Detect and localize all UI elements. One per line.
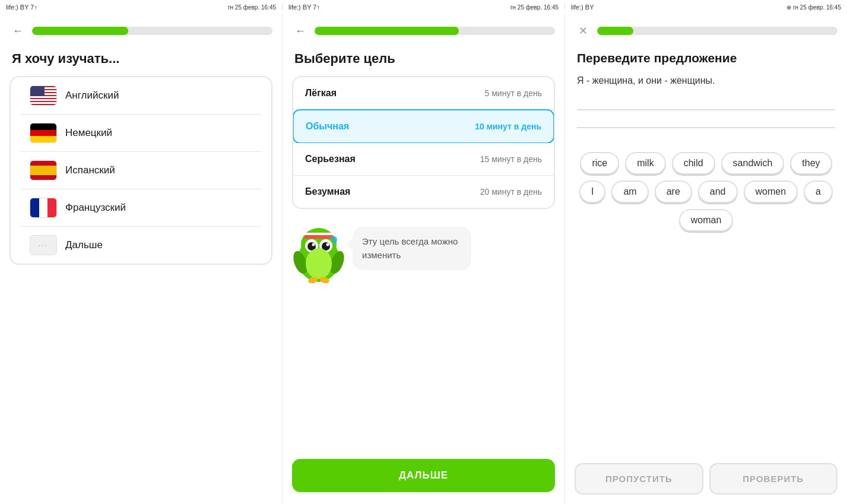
flag-more-icon: ··· (30, 235, 57, 255)
status-left-1: life:) BY 7↑ (6, 4, 37, 11)
goal-time-easy: 5 минут в день (485, 88, 542, 98)
status-bar: life:) BY 7↑ гн 25 февр. 16:45 life:) BY… (0, 0, 847, 14)
answer-line-2 (577, 127, 835, 128)
progress-bar-2 (315, 27, 555, 35)
panel3-content: Переведите предложение Я - женщина, и он… (565, 45, 847, 504)
panel1-content: Я хочу изучать... Английский Немецкий Ис… (0, 45, 282, 504)
check-button[interactable]: ПРОВЕРИТЬ (709, 463, 838, 495)
progress-bar-1 (32, 27, 272, 35)
language-name-more: Дальше (65, 239, 103, 251)
goal-time-serious: 15 минут в день (480, 154, 542, 164)
panel3-header: ✕ (565, 14, 847, 45)
panel1-header: ← (0, 14, 282, 45)
flag-us-icon (30, 85, 57, 106)
goal-name-normal: Обычная (306, 121, 349, 132)
word-chip-and[interactable]: and (698, 180, 738, 203)
sentence-display: Я - женщина, и они - женщины. (565, 74, 847, 97)
word-bank: rice milk child sandwich they I am are a… (565, 140, 847, 237)
goal-time-crazy: 20 минут в день (480, 187, 542, 196)
language-item-spanish[interactable]: Испанский (20, 152, 262, 189)
word-chip-milk[interactable]: milk (625, 152, 665, 175)
close-button[interactable]: ✕ (575, 23, 591, 39)
word-chip-a[interactable]: a (804, 180, 833, 203)
answer-area (565, 97, 847, 140)
flag-es-icon (30, 160, 57, 180)
status-left-2: life:) BY 7↑ (288, 4, 320, 11)
translation-panel: ✕ Переведите предложение Я - женщина, и … (565, 14, 847, 504)
goal-time-normal: 10 минут в день (475, 122, 541, 131)
word-chip-woman[interactable]: woman (679, 209, 734, 232)
word-chip-they[interactable]: they (790, 152, 832, 175)
progress-fill-3 (597, 27, 633, 35)
svg-point-9 (326, 243, 329, 246)
goal-item-serious[interactable]: Серьезная 15 минут в день (293, 143, 554, 176)
status-right-3: ⊕ гн 25 февр. 16:45 (786, 4, 841, 11)
next-button[interactable]: ДАЛЬШЕ (292, 459, 555, 492)
language-item-more[interactable]: ··· Дальше (20, 227, 262, 264)
status-section-2: life:) BY 7↑ гн 25 февр. 16:45 (283, 4, 565, 11)
status-section-3: life:) BY ⊕ гн 25 февр. 16:45 (565, 4, 847, 11)
language-item-german[interactable]: Немецкий (20, 115, 262, 152)
svg-point-17 (331, 236, 334, 240)
mascot-area: Эту цель всегда можно изменить (283, 215, 564, 292)
svg-rect-3 (304, 235, 334, 239)
word-chip-child[interactable]: child (672, 152, 715, 175)
language-list: Английский Немецкий Испанский Французски… (9, 76, 272, 265)
exercise-title: Переведите предложение (565, 45, 847, 74)
language-item-french[interactable]: Французский (20, 189, 262, 227)
goal-item-normal[interactable]: Обычная 10 минут в день (293, 109, 554, 144)
goal-item-easy[interactable]: Лёгкая 5 минут в день (293, 77, 554, 110)
goal-selection-panel: ← Выберите цель Лёгкая 5 минут в день Об… (283, 14, 565, 504)
status-right-2: гн 25 февр. 16:45 (510, 4, 559, 11)
panel1-title: Я хочу изучать... (0, 45, 282, 76)
status-section-1: life:) BY 7↑ гн 25 февр. 16:45 (0, 4, 283, 11)
skip-button[interactable]: ПРОПУСТИТЬ (575, 463, 703, 495)
svg-point-8 (312, 243, 315, 246)
language-name-spanish: Испанский (65, 164, 115, 176)
language-name-german: Немецкий (65, 127, 112, 139)
progress-bar-3 (597, 27, 838, 35)
main-panels: ← Я хочу изучать... Английский Немецкий … (0, 14, 847, 504)
word-chip-i[interactable]: I (579, 180, 605, 203)
word-chip-are[interactable]: are (655, 180, 692, 203)
action-buttons: ПРОПУСТИТЬ ПРОВЕРИТЬ (565, 454, 847, 504)
goal-name-crazy: Безумная (305, 186, 350, 197)
language-name-french: Французский (65, 202, 126, 214)
goal-name-serious: Серьезная (305, 154, 356, 164)
flag-fr-icon (30, 198, 57, 218)
word-chip-am[interactable]: am (611, 180, 648, 203)
word-chip-rice[interactable]: rice (580, 152, 619, 175)
panel2-content: Выберите цель Лёгкая 5 минут в день Обыч… (283, 45, 564, 504)
status-left-3: life:) BY (571, 4, 594, 11)
status-right-1: гн 25 февр. 16:45 (228, 4, 276, 11)
goal-name-easy: Лёгкая (305, 88, 337, 99)
svg-point-13 (306, 248, 332, 279)
language-selection-panel: ← Я хочу изучать... Английский Немецкий … (0, 14, 283, 504)
word-chip-women[interactable]: women (744, 180, 798, 203)
speech-bubble: Эту цель всегда можно изменить (353, 227, 471, 270)
mascot-image (292, 227, 345, 280)
goal-list: Лёгкая 5 минут в день Обычная 10 минут в… (292, 76, 555, 209)
language-item-english[interactable]: Английский (20, 77, 262, 115)
back-button-2[interactable]: ← (292, 23, 309, 39)
progress-fill-1 (32, 27, 128, 35)
language-name-english: Английский (65, 90, 119, 102)
progress-fill-2 (315, 27, 459, 35)
back-button-1[interactable]: ← (9, 23, 26, 39)
panel2-title: Выберите цель (283, 45, 564, 76)
goal-item-crazy[interactable]: Безумная 20 минут в день (293, 176, 554, 208)
flag-de-icon (30, 123, 57, 143)
panel2-header: ← (283, 14, 564, 45)
word-chip-sandwich[interactable]: sandwich (721, 152, 785, 175)
answer-line-1 (577, 109, 835, 110)
mascot-speech-text: Эту цель всегда можно изменить (362, 236, 458, 260)
